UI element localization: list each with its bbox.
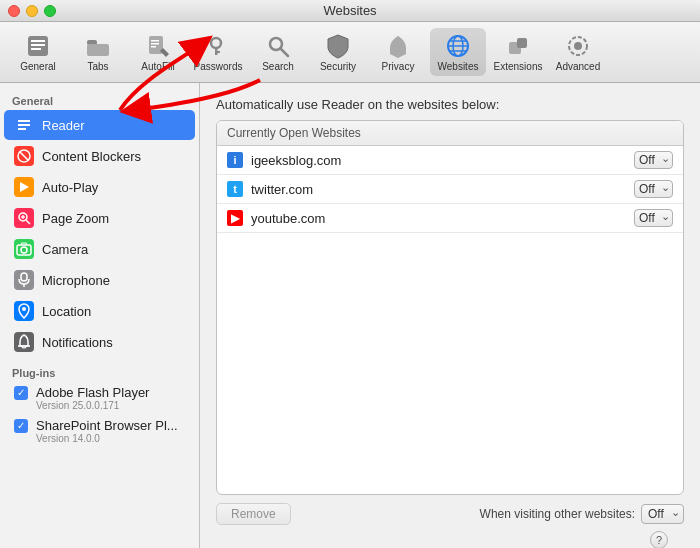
toolbar-item-general[interactable]: General: [10, 28, 66, 76]
toolbar-icon-websites: [444, 32, 472, 60]
svg-point-39: [22, 307, 26, 311]
sidebar-label-content-blockers: Content Blockers: [42, 149, 141, 164]
help-button[interactable]: ?: [650, 531, 668, 548]
svg-rect-26: [18, 124, 30, 126]
toolbar-icon-advanced: [564, 32, 592, 60]
website-name-twitter: twitter.com: [251, 182, 626, 197]
sidebar-icon-location: [14, 301, 34, 321]
sidebar-icon-page-zoom: [14, 208, 34, 228]
sidebar-item-notifications[interactable]: Notifications: [4, 327, 195, 357]
sidebar-label-camera: Camera: [42, 242, 88, 257]
remove-button[interactable]: Remove: [216, 503, 291, 525]
toolbar-label-websites: Websites: [438, 61, 479, 72]
sidebar-icon-reader: [14, 115, 34, 135]
plugin-item-flash[interactable]: ✓Adobe Flash PlayerVersion 25.0.0.171: [4, 382, 195, 414]
traffic-lights: [8, 5, 56, 17]
visiting-select[interactable]: OffOn: [641, 504, 684, 524]
toolbar-label-search: Search: [262, 61, 294, 72]
sidebar-item-auto-play[interactable]: Auto-Play: [4, 172, 195, 202]
website-favicon-igeeksblog: i: [227, 152, 243, 168]
toolbar-icon-extensions: [504, 32, 532, 60]
toolbar-icon-privacy: [384, 32, 412, 60]
svg-rect-7: [151, 40, 159, 42]
sidebar-label-reader: Reader: [42, 118, 85, 133]
sidebar-icon-auto-play: [14, 177, 34, 197]
svg-rect-1: [31, 40, 45, 42]
toolbar-label-general: General: [20, 61, 56, 72]
svg-rect-25: [18, 120, 30, 122]
help-area: ?: [216, 527, 684, 548]
toolbar-item-passwords[interactable]: Passwords: [190, 28, 246, 76]
visiting-label: When visiting other websites:: [480, 507, 635, 521]
sidebar-label-notifications: Notifications: [42, 335, 113, 350]
toolbar-icon-general: [24, 32, 52, 60]
website-row-igeeksblog: iigeeksblog.comOffOn: [217, 146, 683, 175]
toolbar-item-autofill[interactable]: AutoFill: [130, 28, 186, 76]
sidebar-icon-microphone: [14, 270, 34, 290]
website-select-youtube[interactable]: OffOn: [634, 209, 673, 227]
svg-rect-2: [31, 44, 45, 46]
sidebar-item-page-zoom[interactable]: Page Zoom: [4, 203, 195, 233]
sidebar-label-auto-play: Auto-Play: [42, 180, 98, 195]
website-select-wrapper-youtube: OffOn: [634, 209, 673, 227]
sidebar-icon-notifications: [14, 332, 34, 352]
svg-rect-13: [215, 51, 220, 53]
sidebar-plugins-label: Plug-ins: [0, 363, 199, 381]
sidebar-item-reader[interactable]: Reader: [4, 110, 195, 140]
toolbar-label-autofill: AutoFill: [141, 61, 174, 72]
maximize-button[interactable]: [44, 5, 56, 17]
svg-rect-3: [31, 48, 41, 50]
sidebar-label-page-zoom: Page Zoom: [42, 211, 109, 226]
websites-panel-header: Currently Open Websites: [217, 121, 683, 146]
toolbar-label-extensions: Extensions: [494, 61, 543, 72]
plugin-checkbox-sharepoint[interactable]: ✓: [14, 419, 28, 433]
visiting-select-wrapper: OffOn: [641, 504, 684, 524]
sidebar-label-location: Location: [42, 304, 91, 319]
sidebar-item-location[interactable]: Location: [4, 296, 195, 326]
svg-point-11: [211, 38, 221, 48]
toolbar-item-search[interactable]: Search: [250, 28, 306, 76]
svg-point-36: [21, 247, 27, 253]
main-layout: General ReaderContent BlockersAuto-PlayP…: [0, 83, 700, 548]
websites-panel: Currently Open Websites iigeeksblog.comO…: [216, 120, 684, 495]
svg-rect-37: [21, 273, 27, 281]
close-button[interactable]: [8, 5, 20, 17]
toolbar-label-advanced: Advanced: [556, 61, 600, 72]
sidebar-icon-content-blockers: [14, 146, 34, 166]
minimize-button[interactable]: [26, 5, 38, 17]
window-title: Websites: [323, 3, 376, 18]
toolbar-label-tabs: Tabs: [87, 61, 108, 72]
bottom-bar: Remove When visiting other websites: Off…: [216, 495, 684, 527]
toolbar-item-tabs[interactable]: Tabs: [70, 28, 126, 76]
sidebar-item-camera[interactable]: Camera: [4, 234, 195, 264]
svg-line-32: [26, 220, 30, 224]
plugin-item-sharepoint[interactable]: ✓SharePoint Browser Pl...Version 14.0.0: [4, 415, 195, 447]
website-select-igeeksblog[interactable]: OffOn: [634, 151, 673, 169]
toolbar-item-advanced[interactable]: Advanced: [550, 28, 606, 76]
svg-line-15: [281, 49, 288, 56]
toolbar-item-websites[interactable]: Websites: [430, 28, 486, 76]
content-description: Automatically use Reader on the websites…: [216, 97, 684, 112]
plugin-version-sharepoint: Version 14.0.0: [36, 433, 185, 444]
visiting-row: When visiting other websites: OffOn: [480, 504, 684, 524]
svg-rect-5: [87, 44, 109, 56]
sidebar-item-content-blockers[interactable]: Content Blockers: [4, 141, 195, 171]
toolbar-item-extensions[interactable]: Extensions: [490, 28, 546, 76]
website-favicon-youtube: ▶: [227, 210, 243, 226]
website-row-twitter: ttwitter.comOffOn: [217, 175, 683, 204]
svg-line-29: [20, 152, 29, 161]
website-select-twitter[interactable]: OffOn: [634, 180, 673, 198]
website-name-youtube: youtube.com: [251, 211, 626, 226]
plugin-name-flash: Adobe Flash Player: [36, 385, 149, 400]
toolbar: GeneralTabsAutoFillPasswordsSearchSecuri…: [0, 22, 700, 83]
svg-rect-9: [151, 46, 156, 48]
toolbar-item-security[interactable]: Security: [310, 28, 366, 76]
title-bar: Websites: [0, 0, 700, 22]
toolbar-icon-security: [324, 32, 352, 60]
website-row-youtube: ▶youtube.comOffOn: [217, 204, 683, 233]
svg-rect-22: [517, 38, 527, 48]
sidebar-label-microphone: Microphone: [42, 273, 110, 288]
sidebar-item-microphone[interactable]: Microphone: [4, 265, 195, 295]
plugin-checkbox-flash[interactable]: ✓: [14, 386, 28, 400]
toolbar-item-privacy[interactable]: Privacy: [370, 28, 426, 76]
